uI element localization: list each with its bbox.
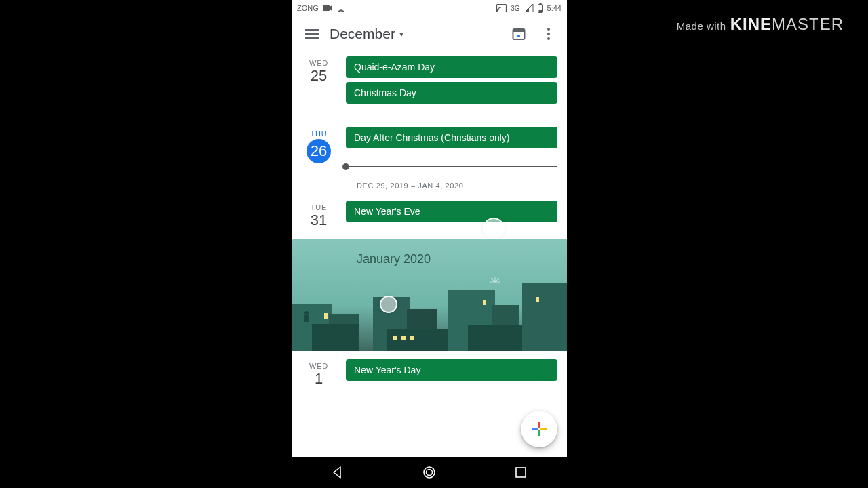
loading-spinner	[380, 296, 397, 313]
svg-rect-6	[513, 29, 525, 32]
svg-rect-25	[536, 297, 539, 302]
day-row: WED 1 New Year's Day	[292, 355, 567, 386]
current-time-indicator	[346, 166, 557, 167]
loading-spinner	[483, 218, 505, 239]
plus-icon	[530, 420, 548, 438]
svg-point-32	[304, 311, 309, 315]
svg-rect-40	[516, 468, 526, 477]
svg-point-38	[424, 467, 435, 478]
svg-rect-33	[304, 315, 309, 322]
svg-rect-22	[401, 336, 406, 340]
menu-button[interactable]	[298, 20, 326, 47]
day-header: WED 1	[292, 359, 346, 386]
svg-rect-1	[497, 5, 507, 12]
day-header-today: THU 26	[292, 127, 346, 163]
back-button[interactable]	[311, 459, 365, 486]
day-row: WED 25 Quaid-e-Azam Day Christmas Day	[292, 52, 567, 108]
month-banner-label: January 2020	[357, 252, 431, 266]
app-bar: December ▼	[292, 16, 567, 52]
battery-icon	[538, 3, 543, 13]
cityscape-illustration	[292, 277, 567, 351]
event-chip[interactable]: Day After Christmas (Christians only)	[346, 127, 557, 148]
event-chip[interactable]: Quaid-e-Azam Day	[346, 56, 557, 78]
week-range-label: DEC 29, 2019 – JAN 4, 2020	[357, 182, 567, 190]
overflow-menu-button[interactable]	[534, 20, 563, 48]
svg-rect-21	[393, 336, 397, 340]
watermark-brand-master: MASTER	[772, 15, 844, 33]
event-chip[interactable]: New Year's Eve	[346, 201, 557, 222]
day-row: THU 26 Day After Christmas (Christians o…	[292, 123, 567, 163]
svg-rect-24	[483, 300, 486, 305]
svg-point-9	[547, 33, 550, 35]
svg-rect-20	[468, 325, 522, 351]
video-icon	[323, 5, 332, 12]
svg-rect-26	[324, 313, 328, 319]
svg-point-8	[547, 28, 550, 30]
day-number: 25	[292, 68, 346, 83]
chevron-down-icon: ▼	[398, 30, 405, 38]
month-dropdown[interactable]: December ▼	[330, 26, 505, 42]
month-title: December	[330, 26, 395, 42]
create-event-fab[interactable]	[521, 411, 557, 447]
watermark-made-text: Made with	[677, 20, 726, 32]
svg-rect-23	[410, 336, 414, 340]
svg-point-39	[426, 470, 432, 476]
svg-point-10	[547, 37, 550, 40]
svg-rect-35	[538, 430, 540, 436]
day-header: WED 25	[292, 56, 346, 108]
day-header: TUE 31	[292, 201, 346, 228]
day-number: 26	[307, 139, 331, 163]
svg-rect-37	[540, 428, 547, 430]
svg-line-28	[495, 278, 499, 282]
day-row: TUE 31 New Year's Eve	[292, 197, 567, 228]
watermark-brand-kine: KINE	[730, 15, 772, 33]
svg-point-7	[517, 35, 520, 37]
kinemaster-watermark: Made with KINEMASTER	[677, 15, 844, 34]
clock-label: 5:44	[547, 4, 561, 12]
carrier-label: ZONG	[297, 4, 319, 12]
recents-button[interactable]	[494, 459, 548, 486]
day-of-week: TUE	[292, 203, 346, 211]
calendar-schedule-list[interactable]: WED 25 Quaid-e-Azam Day Christmas Day TH…	[292, 52, 567, 457]
status-bar: ZONG 3G 5:44	[292, 0, 567, 16]
svg-rect-0	[323, 5, 330, 11]
day-of-week: WED	[292, 362, 346, 370]
svg-rect-34	[538, 422, 540, 428]
phone-frame: ZONG 3G 5:44 Decembe	[292, 0, 567, 488]
day-number: 31	[292, 213, 346, 228]
home-button[interactable]	[402, 459, 456, 486]
network-type-label: 3G	[511, 5, 519, 12]
day-of-week: THU	[292, 129, 346, 138]
event-chip[interactable]: New Year's Day	[346, 359, 557, 381]
hotspot-icon	[336, 4, 346, 12]
svg-rect-18	[312, 324, 359, 351]
svg-line-29	[491, 278, 495, 282]
event-chip[interactable]: Christmas Day	[346, 82, 557, 104]
svg-rect-36	[532, 428, 538, 430]
svg-rect-3	[539, 3, 541, 5]
svg-rect-4	[538, 10, 542, 12]
android-nav-bar	[292, 457, 567, 488]
signal-icon	[524, 4, 534, 12]
svg-rect-17	[522, 283, 567, 351]
day-number: 1	[292, 371, 346, 386]
day-of-week: WED	[292, 59, 346, 67]
cast-icon	[496, 4, 507, 12]
today-button[interactable]	[505, 20, 533, 48]
month-banner: January 2020	[292, 239, 567, 351]
